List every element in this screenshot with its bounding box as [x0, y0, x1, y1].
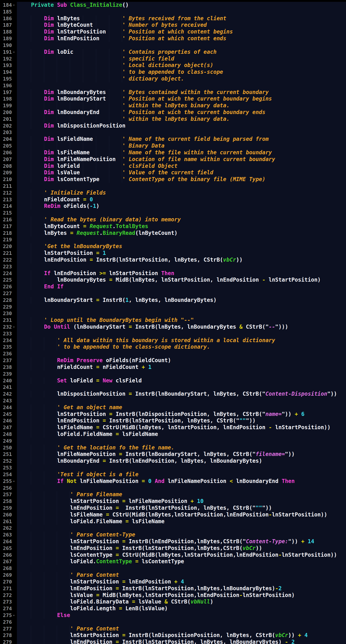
code-line[interactable]: 195 ' dictioary object. — [0, 76, 346, 82]
code-line[interactable]: 240 Set loField = New clsField — [0, 378, 346, 384]
code-line[interactable]: 221 lnStartPosition = 1 — [0, 250, 346, 257]
code-line-text[interactable] — [17, 82, 346, 89]
fold-toggle-icon[interactable]: ▾ — [13, 2, 15, 8]
code-line[interactable]: 266 lsContentType = CStrU(MidB(lnBytes,l… — [0, 552, 346, 558]
code-line-text[interactable] — [17, 310, 346, 317]
code-line-text[interactable] — [17, 384, 346, 391]
code-line[interactable]: 248 loField.FieldName = lsFieldName — [0, 431, 346, 438]
code-line-text[interactable] — [17, 525, 346, 532]
code-line-text[interactable] — [17, 565, 346, 572]
code-line[interactable]: 239 — [0, 371, 346, 378]
code-line-text[interactable]: Dim lnStartPosition ' Position at which … — [17, 28, 346, 35]
code-line-text[interactable]: lnEndPosition = InstrB(lnStartPosition, … — [17, 257, 346, 264]
code-line-text[interactable]: lnEndPosition = InstrB(lnStartPosition, … — [17, 418, 346, 424]
code-line[interactable]: 223 — [0, 264, 346, 270]
code-line[interactable]: 216 ' Read the bytes (binary data) into … — [0, 216, 346, 223]
code-line[interactable]: 278 lnStartPosition = InstrB(lnDispositi… — [0, 632, 346, 639]
code-line[interactable]: 244 ' Get an object name — [0, 404, 346, 411]
code-line[interactable]: 257 ' Parse Filename — [0, 491, 346, 498]
code-line[interactable]: 275▾ Else — [0, 612, 346, 619]
code-line[interactable]: 227 — [0, 290, 346, 297]
code-line[interactable]: 196 — [0, 82, 346, 89]
code-line-text[interactable]: lnDispositionPosition = InstrB(lnBoundar… — [17, 391, 346, 398]
code-line-text[interactable]: Dim lnDispositionPosition — [17, 122, 346, 129]
code-line-text[interactable] — [17, 236, 346, 243]
code-line[interactable]: 210 Dim lsContentType ' ContentType of t… — [0, 176, 346, 183]
code-line[interactable]: 185 — [0, 8, 346, 15]
code-line[interactable]: 261 loField.FileName = lsFileName — [0, 518, 346, 525]
code-line-text[interactable]: lnStartPosition = InstrB(lnDispositionPo… — [17, 411, 346, 418]
code-line[interactable]: 220 'Get the lnBoundaryBytes — [0, 243, 346, 250]
code-editor[interactable]: 184▾ Private Sub Class_Initialize()18518… — [0, 0, 346, 644]
code-line-text[interactable] — [17, 371, 346, 378]
code-line[interactable]: 252 lnBoundaryEnd = InstrB(lnEndPosition… — [0, 458, 346, 464]
code-line[interactable]: 259 lnEndPosition = InstrB(lnStartPositi… — [0, 505, 346, 512]
code-line[interactable]: 191▾ Dim loDic ' Contains properties of … — [0, 49, 346, 56]
code-line[interactable]: 187 Dim lnByteCount ' Number of bytes re… — [0, 22, 346, 28]
code-line-text[interactable] — [17, 438, 346, 444]
code-line[interactable]: 189 Dim lnEndPosition ' Position at whic… — [0, 35, 346, 42]
code-line[interactable]: 246 lnEndPosition = InstrB(lnStartPositi… — [0, 418, 346, 424]
code-line-text[interactable] — [17, 464, 346, 471]
code-line-text[interactable] — [17, 8, 346, 15]
code-line-text[interactable]: Set loField = New clsField — [17, 378, 346, 384]
code-line[interactable]: 232▾ Do Until (lnBoundaryStart = InstrB(… — [0, 324, 346, 330]
code-line-text[interactable]: ' Parse Filename — [17, 491, 346, 498]
code-line[interactable]: 265 lnEndPosition = InstrB(lnStartPositi… — [0, 545, 346, 552]
code-line-text[interactable]: lnStartPosition = 1 — [17, 250, 346, 257]
code-line[interactable]: 277 ' Parse Content — [0, 626, 346, 632]
code-line-text[interactable]: ' to be appended to the class-scope dict… — [17, 344, 346, 350]
code-line[interactable]: 262 — [0, 525, 346, 532]
code-line-text[interactable]: lsContentType = CStrU(MidB(lnBytes,lnSta… — [17, 552, 346, 558]
code-line-text[interactable]: lsFileName = CStrU(MidB(lnBytes,lnStartP… — [17, 512, 346, 518]
code-line-text[interactable]: loField.FieldName = lsFieldName — [17, 431, 346, 438]
code-line-text[interactable]: loField.FileName = lsFileName — [17, 518, 346, 525]
code-line[interactable]: 251 lnFileNamePosition = InstrB(lnBounda… — [0, 451, 346, 458]
code-line-text[interactable]: loField.Length = LenB(lsValue) — [17, 605, 346, 612]
code-line[interactable]: 254 'Test if object is a file — [0, 471, 346, 478]
code-line-text[interactable]: ' All data within this boundary is store… — [17, 337, 346, 344]
fold-toggle-icon[interactable]: ▾ — [13, 612, 15, 619]
code-line[interactable]: 186 Dim lnBytes ' Bytes received from th… — [0, 15, 346, 22]
code-line-text[interactable] — [17, 619, 346, 626]
code-line-text[interactable] — [17, 290, 346, 297]
code-line-text[interactable]: Dim lnEndPosition ' Position at which co… — [17, 35, 346, 42]
code-line-text[interactable] — [17, 42, 346, 49]
code-line-text[interactable]: lnByteCount = Request.TotalBytes — [17, 223, 346, 230]
code-line[interactable]: 256 — [0, 485, 346, 492]
code-line-text[interactable]: lnBoundaryEnd = InstrB(lnEndPosition, ln… — [17, 458, 346, 464]
code-line[interactable]: 245 lnStartPosition = InstrB(lnDispositi… — [0, 411, 346, 418]
code-line-text[interactable]: ' Get an object name — [17, 404, 346, 411]
code-line-text[interactable]: Dim lsFieldName ' Name of the current fi… — [17, 136, 346, 142]
code-line[interactable]: 269 ' Parse Content — [0, 572, 346, 578]
code-line[interactable]: 229 — [0, 304, 346, 310]
code-line[interactable]: 194 ' to be appended to class-scope — [0, 69, 346, 76]
code-line[interactable]: 250 ' Get the location fo the file name. — [0, 444, 346, 451]
code-line-text[interactable]: Dim loDic ' Contains properties of each — [17, 49, 346, 56]
code-line-text[interactable]: lsFieldName = CStrU(MidB(lnBytes, lnStar… — [17, 424, 346, 431]
code-line[interactable]: 260 lsFileName = CStrU(MidB(lnBytes,lnSt… — [0, 512, 346, 518]
code-line[interactable]: 215 — [0, 210, 346, 216]
code-line-text[interactable]: lnStartPosition = lnEndPosition + 4 — [17, 578, 346, 585]
code-line[interactable]: 263 ' Parse Content-Type — [0, 532, 346, 538]
code-line-text[interactable]: If Not lnFileNamePosition = 0 And lnFile… — [17, 478, 346, 485]
code-line[interactable]: 271 lnEndPosition = InstrB(lnStartPositi… — [0, 585, 346, 592]
code-line-text[interactable]: Dim lnBytes ' Bytes received from the cl… — [17, 15, 346, 22]
code-line-text[interactable]: ' Loop until the BoundaryBytes begin wit… — [17, 317, 346, 324]
code-line[interactable]: 255▾ If Not lnFileNamePosition = 0 And l… — [0, 478, 346, 485]
code-line[interactable]: 279 lnEndPosition = InstrB(lnStartPositi… — [0, 639, 346, 644]
code-line-text[interactable]: ' within the lnBytes binary data. — [17, 102, 346, 109]
code-line[interactable]: 200 Dim lnBoundaryEnd ' Position at wich… — [0, 109, 346, 116]
code-line-text[interactable] — [17, 304, 346, 310]
code-line-text[interactable]: ' Read the bytes (binary data) into memo… — [17, 216, 346, 223]
fold-toggle-icon[interactable]: ▾ — [13, 478, 15, 485]
code-line-text[interactable]: lnStartPosition = lnFileNamePosition + 1… — [17, 498, 346, 505]
code-line-text[interactable] — [17, 330, 346, 337]
code-line-text[interactable]: Dim lnFileNamePosition ' Location of fil… — [17, 156, 346, 163]
code-line[interactable]: 222 lnEndPosition = InstrB(lnStartPositi… — [0, 257, 346, 264]
code-line-text[interactable]: ReDim oFields(-1) — [17, 203, 346, 210]
code-line-text[interactable] — [17, 264, 346, 270]
code-line-text[interactable]: Dim lnBoundaryBytes ' Bytes contained wi… — [17, 89, 346, 96]
code-line[interactable]: 243 — [0, 398, 346, 404]
code-line[interactable]: 274 loField.Length = LenB(lsValue) — [0, 605, 346, 612]
